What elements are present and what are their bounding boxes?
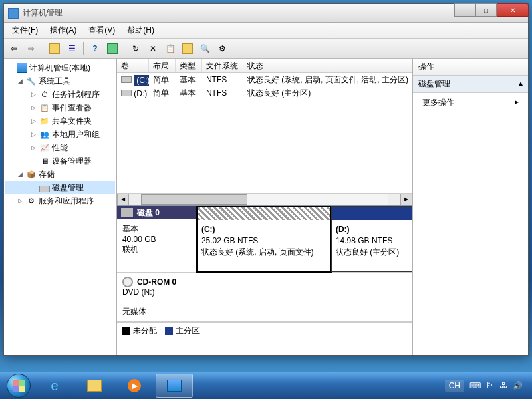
menu-help[interactable]: 帮助(H) xyxy=(122,23,160,37)
computer-management-window: 计算机管理 文件(F) 操作(A) 查看(V) 帮助(H) ⇦ ⇨ ☰ ? ↻ … xyxy=(3,3,529,356)
tray-keyboard-icon[interactable]: ⌨ xyxy=(469,381,481,390)
start-button[interactable] xyxy=(4,372,33,399)
partition-name: (C:) xyxy=(201,225,215,234)
disk-graphical-view: 磁盘 0 基本 40.00 GB 联机 (C:) 25.02 GB NTFS 状… xyxy=(117,205,412,355)
tree-label: 本地用户和组 xyxy=(52,129,100,140)
menu-view[interactable]: 查看(V) xyxy=(83,23,120,37)
partition-size: 14.98 GB NTFS xyxy=(336,236,392,245)
tree-label: 存储 xyxy=(39,169,55,180)
disk-0-row: 磁盘 0 基本 40.00 GB 联机 (C:) 25.02 GB NTFS 状… xyxy=(117,206,412,273)
col-volume[interactable]: 卷 xyxy=(117,59,149,72)
disk-title: 磁盘 0 xyxy=(137,207,160,219)
tree-label: 性能 xyxy=(52,142,68,154)
tree-local-users[interactable]: ▷👥本地用户和组 xyxy=(5,128,115,141)
col-layout[interactable]: 布局 xyxy=(149,59,176,72)
volume-row-c[interactable]: (C:) 简单 基本 NTFS 状态良好 (系统, 启动, 页面文件, 活动, … xyxy=(117,73,412,86)
tree-label: 任务计划程序 xyxy=(52,89,100,100)
disk-icon xyxy=(121,208,133,217)
navigation-tree[interactable]: 计算机管理(本地) ◢🔧系统工具 ▷⏱任务计划程序 ▷📋事件查看器 ▷📁共享文件… xyxy=(4,59,117,355)
volume-layout: 简单 xyxy=(149,73,176,87)
show-hide-tree-button[interactable] xyxy=(47,41,62,56)
volume-type: 基本 xyxy=(176,73,202,87)
tree-performance[interactable]: ▷📈性能 xyxy=(5,141,115,154)
toolbar: ⇦ ⇨ ☰ ? ↻ ✕ 📋 🔍 ⚙ xyxy=(4,39,528,59)
tree-label: 系统工具 xyxy=(39,76,70,87)
volume-status: 状态良好 (系统, 启动, 页面文件, 活动, 主分区) xyxy=(243,73,412,87)
tray-flag-icon[interactable]: 🏳 xyxy=(486,381,494,390)
volume-name: (C:) xyxy=(134,75,149,86)
properties-button[interactable]: ☰ xyxy=(65,41,79,56)
tray-sound-icon[interactable]: 🔊 xyxy=(513,381,523,390)
content-pane: 卷 布局 类型 文件系统 状态 (C:) 简单 基本 NTFS 状态良好 (系统… xyxy=(117,59,413,355)
menu-file[interactable]: 文件(F) xyxy=(7,23,43,37)
legend-primary: 主分区 xyxy=(176,326,200,335)
app-icon xyxy=(8,8,19,19)
taskbar-ie[interactable]: e xyxy=(36,374,73,398)
volume-table-header: 卷 布局 类型 文件系统 状态 xyxy=(117,59,412,73)
cdrom-row: CD-ROM 0 DVD (N:) 无媒体 xyxy=(117,273,412,322)
refresh-button[interactable]: ↻ xyxy=(128,41,143,56)
tree-label: 磁盘管理 xyxy=(52,182,84,194)
legend-unallocated: 未分配 xyxy=(133,326,157,335)
tree-system-tools[interactable]: ◢🔧系统工具 xyxy=(5,74,115,88)
actions-pane: 操作 磁盘管理▴ 更多操作▸ xyxy=(413,59,528,355)
tree-event-viewer[interactable]: ▷📋事件查看器 xyxy=(5,101,115,114)
partition-size: 25.02 GB NTFS xyxy=(201,236,258,245)
help-button[interactable]: ? xyxy=(88,41,102,56)
cdrom-label[interactable]: CD-ROM 0 DVD (N:) 无媒体 xyxy=(117,273,197,321)
scroll-thumb[interactable] xyxy=(141,194,247,205)
tree-device-manager[interactable]: 🖥设备管理器 xyxy=(5,154,115,168)
tree-root[interactable]: 计算机管理(本地) xyxy=(5,61,115,74)
disk-0-label[interactable]: 磁盘 0 基本 40.00 GB 联机 xyxy=(117,206,197,272)
window-close-button[interactable] xyxy=(497,3,529,17)
volume-row-d[interactable]: (D:) 简单 基本 NTFS 状态良好 (主分区) xyxy=(117,86,412,100)
volume-list: (C:) 简单 基本 NTFS 状态良好 (系统, 启动, 页面文件, 活动, … xyxy=(117,73,412,193)
tree-services[interactable]: ▷⚙服务和应用程序 xyxy=(5,194,115,207)
back-button[interactable]: ⇦ xyxy=(7,41,21,56)
taskbar-explorer[interactable] xyxy=(76,374,113,398)
titlebar[interactable]: 计算机管理 xyxy=(4,4,528,23)
volume-status: 状态良好 (主分区) xyxy=(243,86,412,100)
horizontal-scrollbar[interactable]: ◀ ▶ xyxy=(117,193,412,205)
tree-label: 设备管理器 xyxy=(52,156,92,167)
cdrom-state: 无媒体 xyxy=(122,306,192,317)
tree-shared-folders[interactable]: ▷📁共享文件夹 xyxy=(5,114,115,128)
delete-button[interactable]: ✕ xyxy=(146,41,160,56)
actions-header: 操作 xyxy=(413,59,528,76)
rescan-button[interactable]: 🔍 xyxy=(198,41,212,56)
window-minimize-button[interactable] xyxy=(454,3,475,17)
actions-more[interactable]: 更多操作▸ xyxy=(413,93,528,112)
tree-storage[interactable]: ◢📦存储 xyxy=(5,168,115,181)
taskbar[interactable]: e ▶ CH ⌨ 🏳 🖧 🔊 xyxy=(0,372,532,399)
volume-layout: 简单 xyxy=(149,86,176,100)
menu-action[interactable]: 操作(A) xyxy=(45,23,82,37)
window-body: 计算机管理(本地) ◢🔧系统工具 ▷⏱任务计划程序 ▷📋事件查看器 ▷📁共享文件… xyxy=(4,59,528,355)
partition-c[interactable]: (C:) 25.02 GB NTFS 状态良好 (系统, 启动, 页面文件) xyxy=(197,206,331,272)
forward-button[interactable]: ⇨ xyxy=(24,41,39,56)
col-type[interactable]: 类型 xyxy=(176,59,202,72)
taskbar-media-player[interactable]: ▶ xyxy=(116,374,153,398)
language-indicator[interactable]: CH xyxy=(445,380,464,392)
scroll-left-button[interactable]: ◀ xyxy=(117,194,129,205)
system-tray: CH ⌨ 🏳 🖧 🔊 xyxy=(445,380,528,392)
view-button[interactable] xyxy=(105,41,120,56)
col-status[interactable]: 状态 xyxy=(243,59,412,72)
actions-section[interactable]: 磁盘管理▴ xyxy=(413,76,528,93)
tray-network-icon[interactable]: 🖧 xyxy=(499,381,507,390)
tree-disk-management[interactable]: 磁盘管理 xyxy=(5,181,115,194)
tree-task-scheduler[interactable]: ▷⏱任务计划程序 xyxy=(5,88,115,101)
volume-fs: NTFS xyxy=(202,74,243,86)
open-button[interactable] xyxy=(180,41,195,56)
partition-d[interactable]: (D:) 14.98 GB NTFS 状态良好 (主分区) xyxy=(331,206,412,272)
tree-root-label: 计算机管理(本地) xyxy=(29,63,90,74)
extra-button[interactable]: ⚙ xyxy=(215,41,229,56)
scroll-right-button[interactable]: ▶ xyxy=(400,194,412,205)
col-filesystem[interactable]: 文件系统 xyxy=(202,59,243,72)
taskbar-computer-management[interactable] xyxy=(156,374,193,398)
legend-unallocated-color xyxy=(122,327,130,335)
window-title: 计算机管理 xyxy=(23,7,524,19)
cdrom-icon xyxy=(122,277,133,287)
drive-icon xyxy=(121,76,132,83)
settings-button[interactable]: 📋 xyxy=(163,41,178,56)
window-maximize-button[interactable] xyxy=(475,3,497,17)
